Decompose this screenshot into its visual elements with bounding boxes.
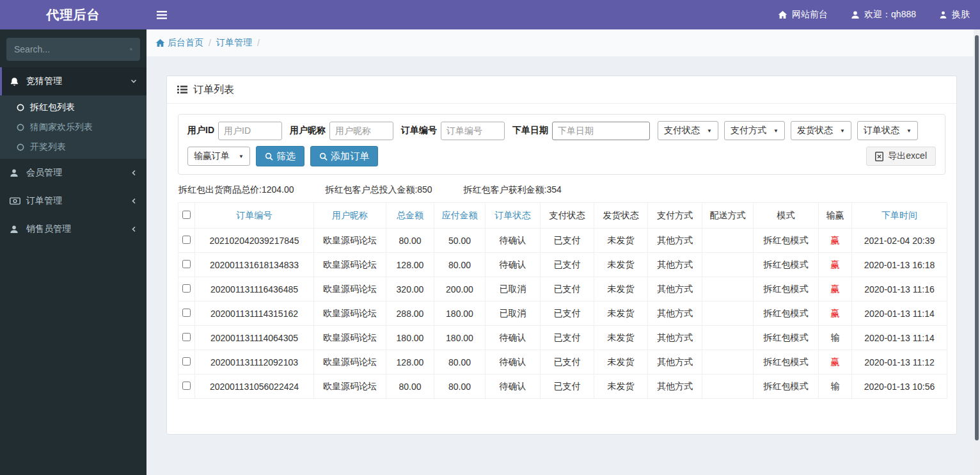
front-site-label: 网站前台 [792, 9, 828, 20]
cell-ship_status: 未发货 [594, 277, 648, 302]
cell-order_status: 待确认 [486, 326, 541, 350]
row-select-cell [178, 326, 195, 350]
select-all-checkbox[interactable] [182, 211, 191, 219]
cell-time: 2020-01-13 11:14 [852, 326, 947, 350]
column-header-total[interactable]: 总金额 [386, 203, 434, 229]
welcome-label: 欢迎：qh888 [864, 9, 916, 20]
row-select-cell [178, 277, 195, 302]
pay-method-select[interactable]: 支付方式 ▼ [724, 121, 785, 140]
sidebar-item-guess-management[interactable]: 竞猜管理 [0, 67, 146, 95]
brand-logo[interactable]: 代理后台 [0, 0, 146, 29]
cell-time: 2020-01-13 11:16 [852, 277, 947, 302]
cell-payable: 80.00 [434, 350, 486, 374]
scrollbar-thumb[interactable] [975, 35, 979, 440]
circle-o-icon [17, 143, 24, 151]
row-select-checkbox[interactable] [182, 260, 191, 268]
row-select-checkbox[interactable] [182, 333, 191, 341]
cell-time: 2020-01-13 11:12 [852, 350, 947, 374]
filter-button[interactable]: 筛选 [256, 146, 304, 166]
order-status-select[interactable]: 订单状态 ▼ [857, 121, 918, 140]
user-id-input[interactable] [218, 122, 282, 140]
column-header-time[interactable]: 下单时间 [852, 203, 947, 229]
cell-total: 128.00 [386, 253, 434, 277]
column-header-order_status[interactable]: 订单状态 [486, 203, 541, 229]
cell-win: 赢 [819, 277, 852, 302]
filter-button-label: 筛选 [276, 150, 296, 163]
breadcrumb-separator: / [257, 38, 260, 48]
submenu-item-label: 猜阖家欢乐列表 [30, 122, 93, 133]
row-select-checkbox[interactable] [182, 382, 191, 390]
submenu-item-label: 开奖列表 [30, 141, 66, 153]
sidebar-item-red-packet-list[interactable]: 拆红包列表 [0, 97, 146, 117]
table-row: 202001131056022424欧皇源码论坛80.0080.00待确认已支付… [178, 374, 947, 399]
sidebar-item-member-management[interactable]: 会员管理 [0, 159, 146, 187]
chevron-down-icon [130, 78, 137, 85]
row-select-cell [178, 229, 195, 253]
sidebar-item-salesman-management[interactable]: 销售员管理 [0, 215, 146, 243]
welcome-user[interactable]: 欢迎：qh888 [851, 9, 916, 20]
chevron-left-icon [130, 170, 137, 176]
search-icon[interactable] [130, 45, 132, 54]
filter-row-2: 输赢订单 ▼ 筛选 添加订单 导出excel [187, 146, 936, 166]
export-excel-button[interactable]: 导出excel [866, 147, 936, 166]
chevron-left-icon [130, 226, 137, 232]
cell-delivery [702, 277, 754, 302]
cell-order_no: 202001131114315162 [195, 302, 314, 326]
column-header-nickname[interactable]: 用户昵称 [314, 203, 386, 229]
add-order-button[interactable]: 添加订单 [310, 146, 378, 166]
order-date-input[interactable] [552, 122, 650, 140]
cell-pay_status: 已支付 [541, 229, 594, 253]
cell-order_status: 待确认 [486, 229, 541, 253]
orders-table: 订单编号用户昵称总金额应付金额订单状态支付状态发货状态支付方式配送方式模式输赢下… [178, 202, 947, 399]
caret-down-icon: ▼ [906, 128, 912, 134]
nickname-label: 用户昵称 [290, 125, 326, 136]
cell-ship_status: 未发货 [594, 374, 648, 399]
front-site-link[interactable]: 网站前台 [778, 9, 828, 20]
sidebar-toggle-button[interactable] [155, 8, 168, 22]
sidebar-item-lottery-list[interactable]: 开奖列表 [0, 137, 146, 157]
sidebar-search-input[interactable] [14, 44, 130, 54]
user-icon [851, 10, 860, 19]
table-row: 202001131114315162欧皇源码论坛288.00180.00已取消已… [178, 302, 947, 326]
sidebar-item-family-fun-list[interactable]: 猜阖家欢乐列表 [0, 117, 146, 137]
nickname-input[interactable] [329, 122, 393, 140]
column-header-payable[interactable]: 应付金额 [434, 203, 486, 229]
row-select-checkbox[interactable] [182, 284, 191, 293]
table-row: 202001131116436485欧皇源码论坛320.00200.00已取消已… [178, 277, 947, 302]
cell-delivery [702, 229, 754, 253]
caret-down-icon: ▼ [239, 154, 244, 159]
sidebar-item-label: 会员管理 [26, 167, 62, 179]
cell-order_no: 202001131116436485 [195, 277, 314, 302]
summary-total-invest: 拆红包客户总投入金额:850 [325, 184, 432, 195]
column-header-pay_status: 支付状态 [541, 203, 594, 229]
win-lose-select[interactable]: 输赢订单 ▼ [187, 147, 250, 166]
change-skin-button[interactable]: 换肤 [939, 9, 970, 20]
cell-mode: 拆红包模式 [754, 277, 819, 302]
breadcrumb-home-icon[interactable] [155, 38, 165, 47]
row-select-checkbox[interactable] [182, 236, 191, 244]
change-skin-label: 换肤 [952, 9, 970, 20]
pay-status-select[interactable]: 支付状态 ▼ [658, 121, 718, 140]
cell-pay_status: 已支付 [541, 350, 594, 374]
column-header-mode: 模式 [754, 203, 819, 229]
ship-status-select[interactable]: 发货状态 ▼ [791, 121, 851, 140]
cell-mode: 拆红包模式 [754, 302, 819, 326]
breadcrumb-home-link[interactable]: 后台首页 [168, 37, 203, 49]
caret-down-icon: ▼ [840, 128, 845, 134]
order-no-input[interactable] [441, 122, 505, 140]
cell-nickname: 欧皇源码论坛 [314, 326, 386, 350]
cell-pay_method: 其他方式 [648, 350, 702, 374]
cell-delivery [702, 302, 754, 326]
order-no-label: 订单编号 [401, 125, 437, 136]
breadcrumb: 后台首页 / 订单管理 / [146, 29, 980, 56]
column-header-order_no[interactable]: 订单编号 [195, 203, 314, 229]
row-select-checkbox[interactable] [182, 309, 191, 317]
cell-ship_status: 未发货 [594, 326, 648, 350]
sidebar-item-order-management[interactable]: 订单管理 [0, 187, 146, 215]
cell-total: 320.00 [386, 277, 434, 302]
row-select-checkbox[interactable] [182, 357, 191, 366]
scrollbar-track[interactable] [974, 29, 980, 475]
breadcrumb-current-link[interactable]: 订单管理 [216, 37, 252, 49]
cell-win: 赢 [819, 253, 852, 277]
cell-pay_status: 已支付 [541, 277, 594, 302]
